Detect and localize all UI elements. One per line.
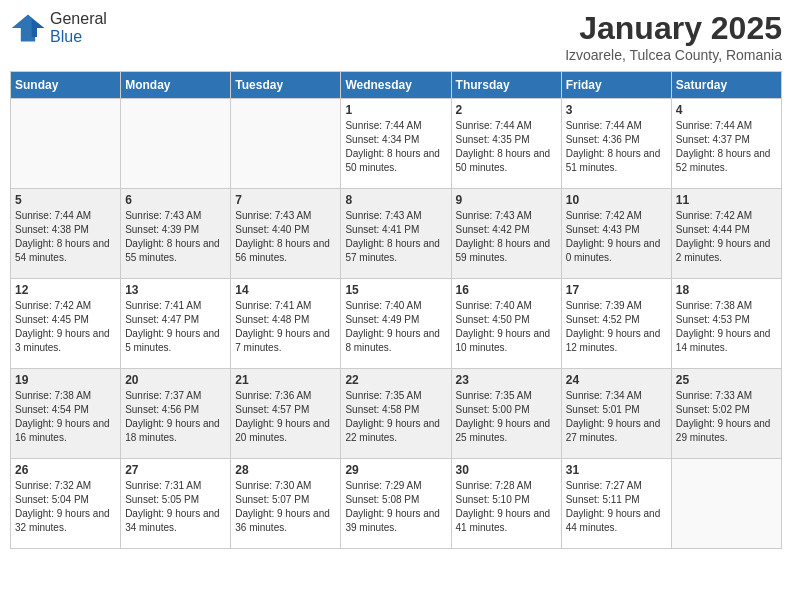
weekday-header-monday: Monday: [121, 72, 231, 99]
calendar-cell: 2Sunrise: 7:44 AMSunset: 4:35 PMDaylight…: [451, 99, 561, 189]
weekday-header-thursday: Thursday: [451, 72, 561, 99]
day-info: Sunrise: 7:27 AMSunset: 5:11 PMDaylight:…: [566, 479, 667, 535]
calendar-cell: [11, 99, 121, 189]
calendar-cell: 12Sunrise: 7:42 AMSunset: 4:45 PMDayligh…: [11, 279, 121, 369]
calendar-cell: 1Sunrise: 7:44 AMSunset: 4:34 PMDaylight…: [341, 99, 451, 189]
page-header: General Blue January 2025 Izvoarele, Tul…: [10, 10, 782, 63]
day-info: Sunrise: 7:44 AMSunset: 4:37 PMDaylight:…: [676, 119, 777, 175]
day-info: Sunrise: 7:42 AMSunset: 4:44 PMDaylight:…: [676, 209, 777, 265]
day-number: 26: [15, 463, 116, 477]
day-number: 14: [235, 283, 336, 297]
title-block: January 2025 Izvoarele, Tulcea County, R…: [565, 10, 782, 63]
calendar-week-row: 1Sunrise: 7:44 AMSunset: 4:34 PMDaylight…: [11, 99, 782, 189]
day-number: 22: [345, 373, 446, 387]
calendar-cell: 29Sunrise: 7:29 AMSunset: 5:08 PMDayligh…: [341, 459, 451, 549]
day-number: 6: [125, 193, 226, 207]
weekday-header-saturday: Saturday: [671, 72, 781, 99]
day-number: 1: [345, 103, 446, 117]
day-number: 4: [676, 103, 777, 117]
calendar-cell: 24Sunrise: 7:34 AMSunset: 5:01 PMDayligh…: [561, 369, 671, 459]
day-number: 19: [15, 373, 116, 387]
calendar-week-row: 5Sunrise: 7:44 AMSunset: 4:38 PMDaylight…: [11, 189, 782, 279]
day-info: Sunrise: 7:44 AMSunset: 4:36 PMDaylight:…: [566, 119, 667, 175]
calendar-cell: 9Sunrise: 7:43 AMSunset: 4:42 PMDaylight…: [451, 189, 561, 279]
calendar-cell: 21Sunrise: 7:36 AMSunset: 4:57 PMDayligh…: [231, 369, 341, 459]
day-info: Sunrise: 7:38 AMSunset: 4:53 PMDaylight:…: [676, 299, 777, 355]
day-number: 18: [676, 283, 777, 297]
day-info: Sunrise: 7:32 AMSunset: 5:04 PMDaylight:…: [15, 479, 116, 535]
day-number: 25: [676, 373, 777, 387]
calendar-cell: 18Sunrise: 7:38 AMSunset: 4:53 PMDayligh…: [671, 279, 781, 369]
calendar-cell: [121, 99, 231, 189]
day-info: Sunrise: 7:34 AMSunset: 5:01 PMDaylight:…: [566, 389, 667, 445]
calendar-cell: 5Sunrise: 7:44 AMSunset: 4:38 PMDaylight…: [11, 189, 121, 279]
day-number: 11: [676, 193, 777, 207]
weekday-header-sunday: Sunday: [11, 72, 121, 99]
day-number: 9: [456, 193, 557, 207]
calendar-cell: 31Sunrise: 7:27 AMSunset: 5:11 PMDayligh…: [561, 459, 671, 549]
calendar-cell: 10Sunrise: 7:42 AMSunset: 4:43 PMDayligh…: [561, 189, 671, 279]
day-info: Sunrise: 7:37 AMSunset: 4:56 PMDaylight:…: [125, 389, 226, 445]
day-info: Sunrise: 7:31 AMSunset: 5:05 PMDaylight:…: [125, 479, 226, 535]
weekday-header-tuesday: Tuesday: [231, 72, 341, 99]
day-info: Sunrise: 7:38 AMSunset: 4:54 PMDaylight:…: [15, 389, 116, 445]
day-info: Sunrise: 7:28 AMSunset: 5:10 PMDaylight:…: [456, 479, 557, 535]
logo-icon: [10, 10, 46, 46]
calendar-table: SundayMondayTuesdayWednesdayThursdayFrid…: [10, 71, 782, 549]
day-number: 23: [456, 373, 557, 387]
logo-general-text: General: [50, 10, 107, 27]
day-number: 5: [15, 193, 116, 207]
day-info: Sunrise: 7:40 AMSunset: 4:50 PMDaylight:…: [456, 299, 557, 355]
day-number: 31: [566, 463, 667, 477]
month-title: January 2025: [565, 10, 782, 47]
day-number: 15: [345, 283, 446, 297]
calendar-cell: 16Sunrise: 7:40 AMSunset: 4:50 PMDayligh…: [451, 279, 561, 369]
day-number: 8: [345, 193, 446, 207]
day-info: Sunrise: 7:42 AMSunset: 4:43 PMDaylight:…: [566, 209, 667, 265]
calendar-cell: 3Sunrise: 7:44 AMSunset: 4:36 PMDaylight…: [561, 99, 671, 189]
svg-marker-1: [32, 19, 45, 37]
calendar-cell: 22Sunrise: 7:35 AMSunset: 4:58 PMDayligh…: [341, 369, 451, 459]
day-number: 3: [566, 103, 667, 117]
day-number: 10: [566, 193, 667, 207]
calendar-week-row: 26Sunrise: 7:32 AMSunset: 5:04 PMDayligh…: [11, 459, 782, 549]
day-number: 12: [15, 283, 116, 297]
calendar-cell: 13Sunrise: 7:41 AMSunset: 4:47 PMDayligh…: [121, 279, 231, 369]
day-info: Sunrise: 7:44 AMSunset: 4:38 PMDaylight:…: [15, 209, 116, 265]
day-info: Sunrise: 7:29 AMSunset: 5:08 PMDaylight:…: [345, 479, 446, 535]
calendar-cell: 25Sunrise: 7:33 AMSunset: 5:02 PMDayligh…: [671, 369, 781, 459]
day-info: Sunrise: 7:43 AMSunset: 4:41 PMDaylight:…: [345, 209, 446, 265]
calendar-cell: 26Sunrise: 7:32 AMSunset: 5:04 PMDayligh…: [11, 459, 121, 549]
day-number: 28: [235, 463, 336, 477]
day-number: 13: [125, 283, 226, 297]
day-number: 16: [456, 283, 557, 297]
calendar-week-row: 19Sunrise: 7:38 AMSunset: 4:54 PMDayligh…: [11, 369, 782, 459]
calendar-cell: 23Sunrise: 7:35 AMSunset: 5:00 PMDayligh…: [451, 369, 561, 459]
day-info: Sunrise: 7:35 AMSunset: 4:58 PMDaylight:…: [345, 389, 446, 445]
day-info: Sunrise: 7:41 AMSunset: 4:48 PMDaylight:…: [235, 299, 336, 355]
day-info: Sunrise: 7:39 AMSunset: 4:52 PMDaylight:…: [566, 299, 667, 355]
calendar-week-row: 12Sunrise: 7:42 AMSunset: 4:45 PMDayligh…: [11, 279, 782, 369]
day-number: 2: [456, 103, 557, 117]
calendar-cell: 19Sunrise: 7:38 AMSunset: 4:54 PMDayligh…: [11, 369, 121, 459]
calendar-cell: 7Sunrise: 7:43 AMSunset: 4:40 PMDaylight…: [231, 189, 341, 279]
day-info: Sunrise: 7:33 AMSunset: 5:02 PMDaylight:…: [676, 389, 777, 445]
day-number: 29: [345, 463, 446, 477]
day-info: Sunrise: 7:43 AMSunset: 4:42 PMDaylight:…: [456, 209, 557, 265]
logo-blue-text: Blue: [50, 28, 82, 45]
day-number: 20: [125, 373, 226, 387]
day-info: Sunrise: 7:43 AMSunset: 4:40 PMDaylight:…: [235, 209, 336, 265]
calendar-cell: 11Sunrise: 7:42 AMSunset: 4:44 PMDayligh…: [671, 189, 781, 279]
weekday-header-wednesday: Wednesday: [341, 72, 451, 99]
logo: General Blue: [10, 10, 107, 46]
day-number: 17: [566, 283, 667, 297]
day-number: 21: [235, 373, 336, 387]
day-info: Sunrise: 7:44 AMSunset: 4:34 PMDaylight:…: [345, 119, 446, 175]
day-number: 7: [235, 193, 336, 207]
weekday-header-row: SundayMondayTuesdayWednesdayThursdayFrid…: [11, 72, 782, 99]
day-number: 27: [125, 463, 226, 477]
day-info: Sunrise: 7:44 AMSunset: 4:35 PMDaylight:…: [456, 119, 557, 175]
calendar-cell: [231, 99, 341, 189]
calendar-cell: 8Sunrise: 7:43 AMSunset: 4:41 PMDaylight…: [341, 189, 451, 279]
weekday-header-friday: Friday: [561, 72, 671, 99]
